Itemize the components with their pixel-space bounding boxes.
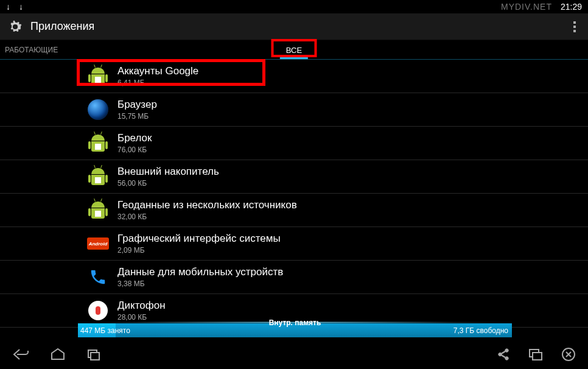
app-icon <box>87 300 109 322</box>
app-icon <box>87 166 109 188</box>
app-row[interactable]: Внешний накопитель56,00 КБ <box>0 160 588 194</box>
app-size: 28,00 КБ <box>117 313 166 322</box>
app-size: 76,00 КБ <box>117 146 152 154</box>
storage-used-label: 447 МБ занято <box>78 326 130 335</box>
app-icon <box>87 99 109 121</box>
overflow-menu-icon[interactable] <box>567 18 582 36</box>
recent-apps-button[interactable] <box>86 348 101 364</box>
app-row[interactable]: Брелок76,00 КБ <box>0 127 588 160</box>
app-row[interactable]: Данные для мобильных устройств3,38 МБ <box>0 261 588 294</box>
app-size: 6,41 МБ <box>117 79 198 87</box>
download-arrow-icon: ↓ <box>6 2 10 12</box>
storage-free-label: 7,3 ГБ свободно <box>453 326 512 335</box>
app-name: Диктофон <box>117 300 166 312</box>
storage-title: Внутр. память <box>269 318 321 327</box>
app-name: Геоданные из нескольких источников <box>117 199 297 211</box>
tab-running[interactable]: РАБОТАЮЩИЕ <box>0 46 58 59</box>
home-button[interactable] <box>50 348 66 364</box>
svg-rect-1 <box>91 353 99 360</box>
app-size: 56,00 КБ <box>117 179 219 188</box>
app-size: 3,38 МБ <box>117 279 283 288</box>
screenshot-icon[interactable] <box>528 348 543 364</box>
app-row[interactable]: Геоданные из нескольких источников32,00 … <box>0 194 588 227</box>
app-icon <box>87 266 109 288</box>
settings-gear-icon[interactable] <box>6 18 24 36</box>
close-icon[interactable] <box>561 347 576 364</box>
action-bar: Приложения <box>0 13 588 40</box>
app-row[interactable]: AndroidГрафический интерфейс системы2,09… <box>0 227 588 261</box>
tab-all[interactable]: ВСЕ <box>280 43 308 59</box>
app-name: Аккаунты Google <box>117 65 198 77</box>
share-icon[interactable] <box>497 348 510 364</box>
app-row[interactable]: Браузер15,75 МБ <box>0 93 588 127</box>
app-name: Графический интерфейс системы <box>117 233 281 245</box>
app-row[interactable]: Аккаунты Google6,41 МБ <box>0 60 588 93</box>
navigation-bar <box>0 342 588 369</box>
app-icon <box>87 132 109 154</box>
app-size: 32,00 КБ <box>117 213 297 221</box>
page-title: Приложения <box>30 20 94 33</box>
app-size: 2,09 МБ <box>117 246 281 255</box>
back-button[interactable] <box>12 348 29 364</box>
app-name: Браузер <box>117 99 157 111</box>
clock: 21:29 <box>561 2 582 12</box>
storage-bar: 447 МБ занято Внутр. память 7,3 ГБ свобо… <box>78 323 512 337</box>
status-bar: ↓ ↓ MYDIV.NET 21:29 <box>0 0 588 13</box>
download-arrow-icon: ↓ <box>19 2 23 12</box>
svg-rect-3 <box>533 353 542 360</box>
app-icon <box>87 199 109 221</box>
app-name: Внешний накопитель <box>117 166 219 178</box>
app-icon <box>87 65 109 87</box>
app-name: Брелок <box>117 132 152 144</box>
download-indicators: ↓ ↓ <box>6 2 23 12</box>
app-name: Данные для мобильных устройств <box>117 266 283 278</box>
app-size: 15,75 МБ <box>117 112 157 121</box>
watermark: MYDIV.NET <box>501 2 552 12</box>
tab-strip: РАБОТАЮЩИЕ ВСЕ <box>0 40 588 60</box>
app-list[interactable]: Аккаунты Google6,41 МББраузер15,75 МББре… <box>0 60 588 342</box>
app-icon: Android <box>87 233 109 255</box>
